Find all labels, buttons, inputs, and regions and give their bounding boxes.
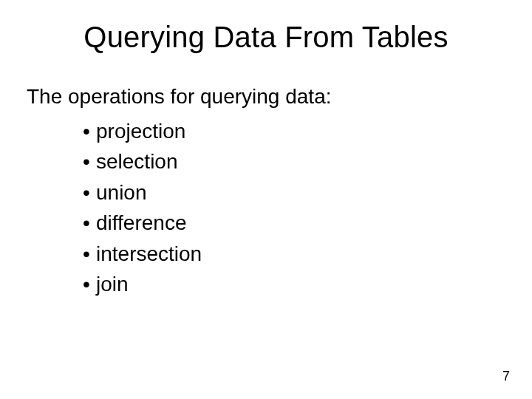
- list-item: union: [83, 177, 505, 208]
- list-item: projection: [83, 116, 505, 146]
- slide: Querying Data From Tables The operations…: [0, 0, 532, 399]
- list-item: join: [83, 269, 505, 299]
- list-item: selection: [83, 146, 505, 177]
- list-item: difference: [83, 208, 505, 238]
- page-number: 7: [502, 369, 510, 384]
- slide-intro-text: The operations for querying data:: [27, 85, 505, 109]
- bullet-list: projection selection union difference in…: [83, 116, 505, 300]
- slide-title: Querying Data From Tables: [27, 21, 505, 54]
- list-item: intersection: [83, 239, 505, 269]
